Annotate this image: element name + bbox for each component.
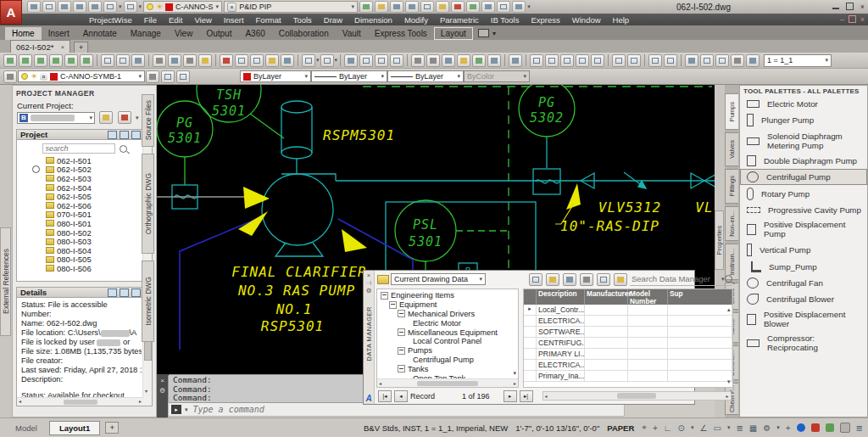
new-layout-button[interactable]: + [105,422,119,434]
palette-tab-valves[interactable]: Valves [725,132,738,165]
grid-row[interactable]: ▸Local_Contr... [524,305,732,316]
infer-constraints-icon[interactable]: + [653,423,658,433]
new-icon[interactable] [101,54,114,67]
pw-checkout-icon[interactable] [49,54,63,67]
tab-layout[interactable]: Layout [434,27,473,40]
grid-hscrollbar[interactable]: ◂ ▸ [542,391,732,401]
palette-item-plunger-pump[interactable]: Plunger Pump [740,111,867,129]
external-references-tab[interactable]: External References [0,227,11,336]
ribbon-minimize-icon[interactable] [478,29,489,37]
palette-item-compressor-reciprocating[interactable]: Compressor: Reciprocating [740,331,867,355]
new-drawing-icon[interactable] [108,131,117,139]
pin-icon[interactable]: ⊣ [366,279,372,287]
copy-drawing-icon[interactable] [120,131,129,139]
undo-history-icon[interactable]: ▾ [316,57,320,64]
named-views-icon[interactable] [612,54,626,67]
calculator-icon[interactable] [487,54,501,67]
undo-icon[interactable] [302,54,315,67]
project-sync-icon[interactable] [99,111,113,124]
menu-projectwise[interactable]: ProjectWise [83,15,138,25]
scroll-down-icon[interactable]: ▾ [145,387,147,396]
lineweight-combo[interactable]: ByLayer ▾ [387,70,464,82]
project-web-icon[interactable] [118,111,131,124]
tab-annotate[interactable]: Annotate [76,27,124,40]
centrifugal-pump-symbol[interactable] [262,174,333,245]
project-file-row[interactable]: 062-I-503 [17,174,152,183]
plot-preview-icon[interactable] [168,54,181,67]
project-file-row[interactable]: 062-I-504 [17,183,152,193]
viewport-scale-combo[interactable]: 1 = 1_1 ▾ [764,54,832,67]
filter-icon[interactable] [580,273,593,286]
pw-free-icon[interactable] [80,54,93,67]
pw-refresh-icon[interactable] [64,54,78,67]
grid-row[interactable]: Primary_Ina... [524,371,732,382]
vessel-tag-text[interactable]: RSPM5301 [323,127,395,143]
viewport-poly-icon[interactable] [715,54,729,67]
search-icon[interactable] [725,275,732,283]
cut-icon[interactable] [220,54,233,67]
current-project-combo[interactable]: B ▾ [17,112,95,124]
search-icon[interactable] [120,145,127,153]
hardware-acceleration-icon[interactable] [797,423,805,432]
tab-a360[interactable]: A360 [238,27,271,40]
redo-icon[interactable] [124,1,137,13]
pg2-num-text[interactable]: 5302 [530,110,564,126]
open-icon[interactable] [116,54,130,67]
collapse-node-icon[interactable] [398,365,405,373]
doc-restore-icon[interactable] [849,15,856,23]
pg1-tag-text[interactable]: PG [176,115,193,131]
zoom-object-icon[interactable] [545,54,559,67]
model-tab[interactable]: Model [5,421,47,435]
autocad-logo-icon[interactable]: A [0,0,22,25]
gear-icon[interactable]: ⚙ [366,287,372,294]
vessel-bottom[interactable] [281,147,312,159]
export-data-icon[interactable] [529,273,542,286]
tab-express-tools[interactable]: Express Tools [368,27,434,40]
zoom-all-icon[interactable] [560,54,574,67]
object-snap-icon[interactable]: ∠ [700,423,708,433]
tree-node[interactable]: Engineering Items [379,291,518,300]
tree-node[interactable]: Equipment [379,300,518,310]
pan-icon[interactable] [344,54,358,67]
scrollbar-thumb[interactable] [417,381,478,386]
data-manager-search-input[interactable] [630,273,721,284]
project-file-row[interactable]: 062-I-506 [17,201,152,210]
project-file-row[interactable]: 062-I-505 [17,192,152,201]
scrollbar-thumb[interactable] [64,400,97,405]
block-editor-icon[interactable] [281,54,294,67]
menu-draw[interactable]: Draw [318,15,348,25]
palette-item-positive-displacement-pump[interactable]: Positive Displacement Pump [740,217,867,241]
doc-minimize-icon[interactable]: – [840,15,844,24]
layer-manager-icon[interactable] [3,70,17,83]
markup-icon[interactable] [420,1,434,13]
pipe-line-label[interactable]: 10"-RAS-DIP [560,218,659,234]
details-both-icon[interactable] [131,289,141,297]
polar-tracking-icon[interactable]: ⊙ [678,423,685,433]
scroll-down-icon[interactable]: ▾ [727,378,731,385]
menu-help[interactable]: Help [607,15,636,25]
chevron-down-icon[interactable]: ▾ [136,115,139,121]
pw-open-icon[interactable] [3,54,17,67]
paper-space-toggle[interactable]: PAPER [607,423,634,433]
selection-cycling-icon[interactable]: ≣ [736,423,743,433]
sheet-set-icon[interactable] [390,1,403,13]
undo-dropdown-icon[interactable]: ▾ [119,3,122,10]
collapse-node-icon[interactable] [381,292,388,300]
trusted-dwg-icon[interactable] [826,423,834,432]
viewport-lock-icon[interactable] [746,54,760,67]
wrench-icon[interactable]: ⚙ [159,387,165,395]
tree-node[interactable]: Tanks [379,364,518,373]
dwf-icon[interactable] [451,1,465,13]
annotation-monitor-icon[interactable]: + [786,423,791,433]
palette-item-solenoid-diaphragm-metering-pump[interactable]: Solenoid Diaphragm Metering Pump [740,129,867,153]
data-manager-search[interactable]: ▾ [630,272,732,286]
annotation-scale-profile[interactable]: B&V Stds, INST, 1 = 1_1, Imperial, NEW [364,423,508,433]
ortho-mode-icon[interactable]: ∟ [664,423,672,433]
zoom-extents-icon[interactable] [576,54,589,67]
workspace-gear-icon[interactable]: ⚙ [763,423,771,433]
tree-node[interactable]: Miscellaneous Equipment [379,328,518,337]
zoom-previous-icon[interactable] [390,54,403,67]
plot-icon[interactable] [88,1,102,13]
collapse-node-icon[interactable] [398,347,405,355]
project-file-row[interactable]: 080-I-504 [17,246,152,255]
